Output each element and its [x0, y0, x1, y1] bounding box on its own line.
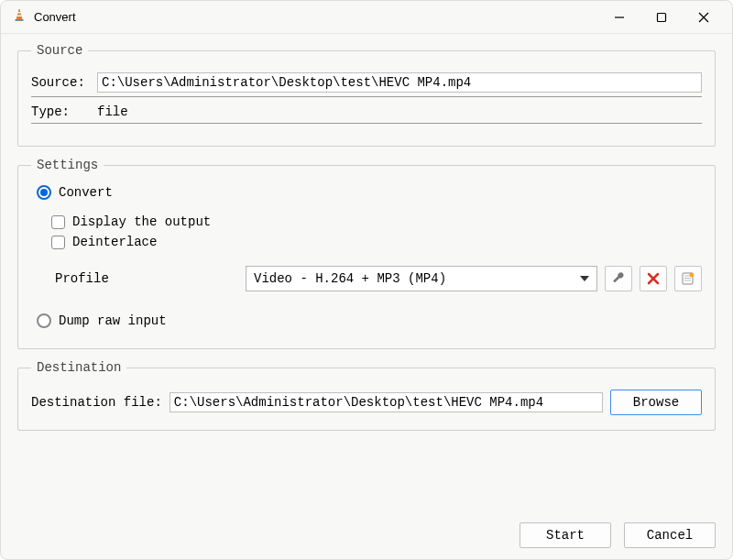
source-input[interactable] — [97, 72, 702, 93]
delete-profile-button[interactable] — [640, 266, 667, 291]
vlc-icon — [12, 8, 27, 27]
dialog-footer: Start Cancel — [1, 517, 732, 559]
start-button[interactable]: Start — [520, 522, 611, 548]
browse-button-label: Browse — [633, 395, 679, 410]
destination-group: Destination Destination file: Browse — [17, 360, 716, 431]
start-button-label: Start — [546, 528, 585, 543]
destination-label: Destination file: — [31, 395, 162, 410]
minimize-button[interactable] — [598, 3, 640, 32]
convert-radio-label: Convert — [59, 185, 113, 200]
svg-point-13 — [690, 273, 695, 278]
settings-group: Settings Convert Display the output Dein… — [17, 158, 716, 349]
profile-select[interactable]: Video - H.264 + MP3 (MP4) — [246, 266, 597, 291]
close-button[interactable] — [683, 3, 725, 32]
deinterlace-row[interactable]: Deinterlace — [51, 235, 702, 249]
delete-icon — [646, 271, 661, 286]
source-legend: Source — [31, 43, 88, 58]
svg-rect-2 — [16, 19, 24, 21]
display-output-row[interactable]: Display the output — [51, 214, 702, 229]
titlebar: Convert — [1, 1, 732, 34]
new-profile-button[interactable] — [674, 266, 702, 291]
profile-select-value: Video - H.264 + MP3 (MP4) — [254, 271, 446, 286]
chevron-down-icon — [580, 276, 589, 281]
type-label: Type: — [31, 104, 97, 119]
new-profile-icon — [681, 271, 695, 286]
profile-row: Profile Video - H.264 + MP3 (MP4) — [31, 266, 702, 291]
dump-radio-row[interactable]: Dump raw input — [37, 313, 702, 328]
deinterlace-checkbox[interactable] — [51, 236, 65, 249]
browse-button[interactable]: Browse — [610, 390, 702, 415]
cancel-button[interactable]: Cancel — [624, 522, 716, 548]
convert-dialog: Convert Source Source: Type: file — [0, 0, 733, 560]
convert-radio[interactable] — [37, 185, 51, 200]
dump-radio[interactable] — [37, 313, 51, 328]
maximize-button[interactable] — [640, 3, 683, 32]
window-controls — [598, 3, 725, 32]
source-group: Source Source: Type: file — [17, 43, 716, 147]
destination-legend: Destination — [31, 360, 126, 375]
convert-radio-row[interactable]: Convert — [37, 185, 702, 200]
svg-rect-4 — [658, 13, 666, 21]
svg-rect-0 — [17, 12, 21, 13]
dialog-content: Source Source: Type: file Settings Conve… — [1, 34, 732, 517]
display-output-label: Display the output — [72, 214, 211, 229]
deinterlace-label: Deinterlace — [72, 235, 157, 249]
svg-rect-1 — [17, 15, 22, 16]
edit-profile-button[interactable] — [605, 266, 632, 291]
display-output-checkbox[interactable] — [51, 215, 65, 229]
cancel-button-label: Cancel — [647, 528, 693, 543]
dump-radio-label: Dump raw input — [59, 313, 167, 328]
wrench-icon — [611, 271, 626, 286]
source-label: Source: — [31, 75, 97, 90]
type-value: file — [97, 104, 128, 119]
settings-legend: Settings — [31, 158, 104, 172]
profile-label: Profile — [31, 271, 238, 286]
window-title: Convert — [34, 10, 76, 24]
destination-input[interactable] — [170, 392, 603, 412]
